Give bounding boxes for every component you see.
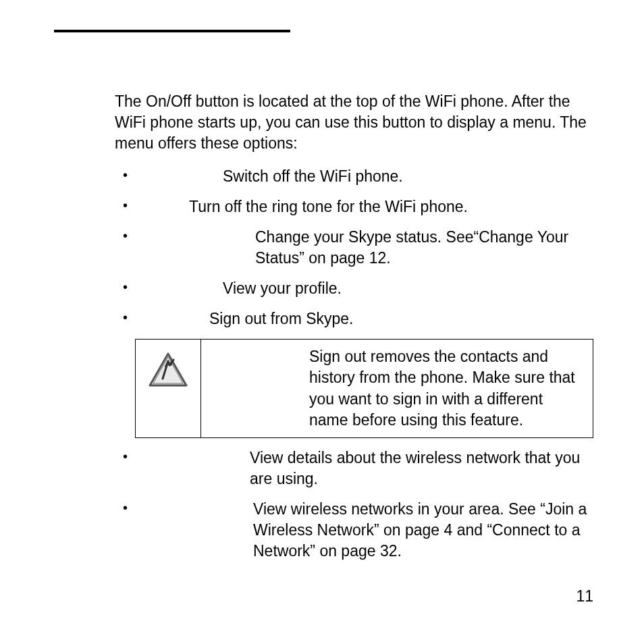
item-text: View wireless networks in your area. See… — [253, 499, 593, 562]
header-rule — [54, 30, 290, 32]
list-item: View your profile. — [115, 278, 593, 299]
item-text: Turn off the ring tone for the WiFi phon… — [189, 196, 468, 217]
item-text: Sign out from Skype. — [209, 308, 354, 329]
warning-box: Sign out removes the contacts and histor… — [135, 339, 593, 437]
options-list-continued: View details about the wireless network … — [115, 448, 593, 562]
item-text: Change your Skype status. See“Change You… — [255, 227, 593, 269]
item-text: View details about the wireless network … — [250, 448, 593, 489]
list-item: View wireless networks in your area. See… — [115, 499, 593, 562]
list-item: View details about the wireless network … — [115, 448, 593, 489]
list-item: Change your Skype status. See“Change You… — [115, 227, 593, 269]
intro-paragraph: The On/Off button is located at the top … — [115, 91, 593, 154]
item-text: View your profile. — [223, 278, 342, 299]
page-number: 11 — [576, 586, 593, 607]
warning-text: Sign out removes the contacts and histor… — [300, 340, 593, 437]
list-item: Switch off the WiFi phone. — [115, 166, 593, 187]
item-text: Switch off the WiFi phone. — [223, 166, 403, 187]
list-item: Turn off the ring tone for the WiFi phon… — [115, 196, 593, 217]
list-item: Sign out from Skype. — [115, 308, 593, 329]
warning-icon-cell — [136, 340, 201, 437]
options-list: Switch off the WiFi phone. Turn off the … — [115, 166, 593, 329]
warning-icon — [148, 352, 188, 388]
warning-label-cell — [201, 340, 300, 437]
document-page: The On/Off button is located at the top … — [0, 0, 644, 644]
body-content: The On/Off button is located at the top … — [115, 91, 593, 571]
